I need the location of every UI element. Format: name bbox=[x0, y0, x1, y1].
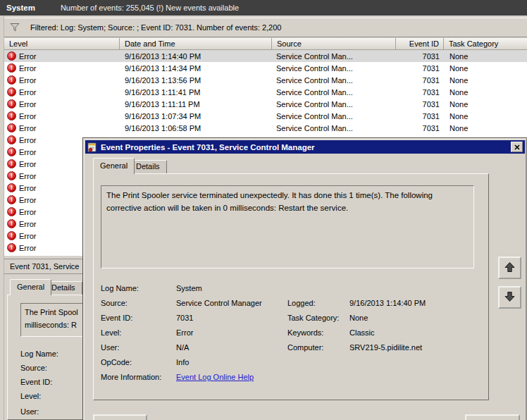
next-event-button[interactable] bbox=[498, 286, 521, 309]
datetime-cell: 9/16/2013 1:11:41 PM bbox=[120, 88, 272, 97]
log-name: System bbox=[6, 4, 35, 12]
field-label: Log Name: bbox=[101, 284, 176, 292]
task-category-cell: None bbox=[444, 88, 527, 97]
field-label: User: bbox=[101, 343, 176, 352]
level-text: Error bbox=[19, 196, 36, 204]
datetime-cell: 9/16/2013 1:06:58 PM bbox=[120, 124, 272, 132]
datetime-cell: 9/16/2013 1:14:34 PM bbox=[120, 64, 272, 73]
field-label: Computer: bbox=[287, 343, 349, 352]
column-header-event-id[interactable]: Event ID bbox=[396, 38, 444, 49]
event-id-cell: 7031 bbox=[396, 124, 444, 132]
field-value: Info bbox=[176, 358, 287, 366]
arrow-down-icon bbox=[504, 291, 516, 304]
column-header-level[interactable]: Level bbox=[4, 38, 120, 49]
field-value: None bbox=[349, 314, 488, 322]
previous-event-button[interactable] bbox=[498, 257, 521, 279]
close-button[interactable] bbox=[511, 142, 523, 152]
error-icon: ! bbox=[7, 111, 16, 121]
table-row[interactable]: !Error9/16/2013 1:11:41 PMService Contro… bbox=[4, 86, 527, 98]
error-icon: ! bbox=[7, 183, 16, 192]
level-text: Error bbox=[19, 184, 36, 192]
event-properties-dialog: Event Properties - Event 7031, Service C… bbox=[83, 138, 527, 420]
table-row[interactable]: !Error9/16/2013 1:14:34 PMService Contro… bbox=[4, 62, 527, 74]
event-properties-icon bbox=[87, 142, 97, 152]
dialog-title: Event Properties - Event 7031, Service C… bbox=[101, 143, 511, 152]
preview-field-label: Level: bbox=[20, 392, 58, 406]
level-text: Error bbox=[19, 160, 36, 168]
column-header-date-and-time[interactable]: Date and Time bbox=[120, 38, 272, 49]
field-row: OpCode:Info bbox=[94, 358, 488, 373]
error-icon: ! bbox=[7, 99, 16, 109]
filter-text: Filtered: Log: System; Source: ; Event I… bbox=[30, 23, 281, 32]
source-cell: Service Control Man... bbox=[272, 52, 396, 61]
column-header-source[interactable]: Source bbox=[272, 38, 396, 49]
dialog-title-bar: Event Properties - Event 7031, Service C… bbox=[85, 140, 525, 154]
field-row: More Information:Event Log Online Help bbox=[94, 373, 488, 388]
task-category-cell: None bbox=[444, 112, 527, 121]
table-row[interactable]: !Error9/16/2013 1:13:56 PMService Contro… bbox=[4, 74, 527, 86]
error-icon: ! bbox=[7, 147, 16, 156]
preview-tab-general[interactable]: General bbox=[10, 279, 51, 295]
level-text: Error bbox=[19, 148, 36, 156]
error-icon: ! bbox=[7, 135, 16, 144]
field-value: System bbox=[176, 284, 287, 292]
event-id-cell: 7031 bbox=[396, 88, 444, 97]
field-value: Service Control Manager bbox=[176, 299, 287, 307]
field-label: Event ID: bbox=[101, 314, 176, 322]
error-icon: ! bbox=[7, 159, 16, 168]
level-text: Error bbox=[19, 136, 36, 144]
partial-button-right[interactable] bbox=[465, 414, 520, 420]
event-id-cell: 7031 bbox=[396, 52, 444, 61]
field-row: Event ID:7031Task Category:None bbox=[94, 314, 488, 328]
table-row[interactable]: !Error9/16/2013 1:06:58 PMService Contro… bbox=[4, 122, 527, 134]
field-label: More Information: bbox=[101, 373, 176, 381]
error-icon: ! bbox=[7, 123, 16, 132]
datetime-cell: 9/16/2013 1:07:34 PM bbox=[120, 112, 272, 121]
table-row[interactable]: !Error9/16/2013 1:11:11 PMService Contro… bbox=[4, 98, 527, 110]
field-label: Level: bbox=[101, 328, 176, 337]
level-text: Error bbox=[19, 124, 36, 132]
column-header-task-category[interactable]: Task Category bbox=[444, 38, 527, 49]
level-text: Error bbox=[19, 112, 36, 121]
error-icon: ! bbox=[7, 87, 16, 97]
error-icon: ! bbox=[7, 75, 16, 85]
dialog-fields: Log Name:SystemSource:Service Control Ma… bbox=[94, 284, 488, 388]
field-value: Error bbox=[176, 328, 287, 337]
field-row: Log Name:System bbox=[94, 284, 488, 299]
event-id-cell: 7031 bbox=[396, 64, 444, 73]
preview-field-label: Source: bbox=[20, 364, 58, 378]
field-row: User:N/AComputer:SRV219-5.pidilite.net bbox=[94, 343, 488, 358]
preview-field-label: User: bbox=[20, 407, 58, 420]
level-text: Error bbox=[19, 52, 36, 61]
arrow-up-icon bbox=[504, 261, 516, 274]
tab-general[interactable]: General bbox=[93, 158, 135, 174]
level-text: Error bbox=[19, 208, 36, 216]
field-label: Task Category: bbox=[287, 314, 349, 322]
preview-field-labels: Log Name:Source:Event ID:Level:User: bbox=[20, 350, 58, 420]
level-text: Error bbox=[19, 64, 36, 73]
table-row[interactable]: !Error9/16/2013 1:14:40 PMService Contro… bbox=[4, 50, 527, 62]
source-cell: Service Control Man... bbox=[272, 88, 396, 97]
source-cell: Service Control Man... bbox=[272, 100, 396, 109]
field-row: Level:ErrorKeywords:Classic bbox=[94, 328, 488, 343]
source-cell: Service Control Man... bbox=[272, 64, 396, 73]
event-description: The Print Spooler service terminated une… bbox=[101, 185, 474, 268]
task-category-cell: None bbox=[444, 64, 527, 73]
task-category-cell: None bbox=[444, 124, 527, 132]
event-log-online-help-link[interactable]: Event Log Online Help bbox=[176, 373, 287, 381]
tab-details[interactable]: Details bbox=[129, 160, 167, 174]
level-text: Error bbox=[19, 220, 36, 228]
datetime-cell: 9/16/2013 1:14:40 PM bbox=[120, 52, 272, 61]
error-icon: ! bbox=[7, 219, 16, 228]
field-value: Classic bbox=[349, 328, 488, 337]
field-row: Source:Service Control ManagerLogged:9/1… bbox=[94, 299, 488, 314]
source-cell: Service Control Man... bbox=[272, 112, 396, 121]
field-value: SRV219-5.pidilite.net bbox=[349, 343, 488, 352]
table-row[interactable]: !Error9/16/2013 1:07:34 PMService Contro… bbox=[4, 110, 527, 122]
preview-field-label: Log Name: bbox=[20, 350, 58, 364]
level-text: Error bbox=[19, 172, 36, 180]
partial-button-left[interactable] bbox=[93, 414, 147, 420]
field-label: Logged: bbox=[287, 299, 349, 307]
filter-bar: Filtered: Log: System; Source: ; Event I… bbox=[4, 18, 527, 37]
field-label: OpCode: bbox=[101, 358, 176, 366]
